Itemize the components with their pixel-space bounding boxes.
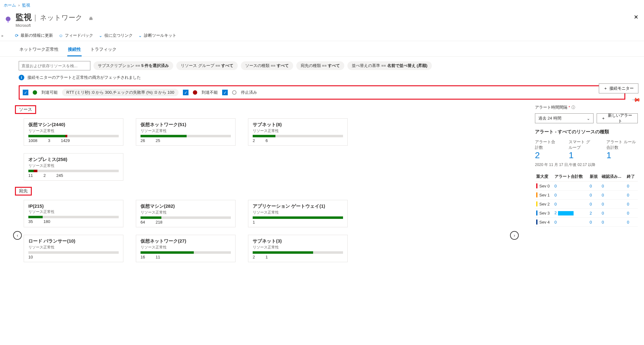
col-ack[interactable]: 確認済み... [600, 172, 626, 182]
resource-card[interactable]: サブネット(8) リソース正常性 26 [248, 118, 348, 146]
status-filter-row: 到達可能 RTT (ミリ秒) :0 から 300,チェックの失敗率 (%) :0… [19, 85, 625, 100]
carousel-next-button[interactable]: › [510, 231, 519, 240]
tab-network-health[interactable]: ネットワーク正常性 [19, 44, 59, 56]
filter-subscription[interactable]: サブスクリプション == 5 件を選択済み [93, 61, 173, 70]
expand-icon[interactable]: » [1, 34, 3, 38]
card-values: 112245 [28, 173, 119, 178]
health-bar [141, 251, 231, 254]
health-bar [28, 251, 119, 254]
monitor-icon [4, 16, 12, 24]
chevron-down-icon: ⌄ [138, 33, 142, 38]
filter-dest-type[interactable]: 宛先の種類 == すべて [296, 61, 344, 70]
breadcrumb-monitor[interactable]: 監視 [22, 3, 30, 7]
plus-icon: ＋ [603, 86, 608, 91]
table-row[interactable]: Sev 0 0 000 [535, 182, 638, 191]
smile-icon: ☺ [59, 33, 63, 38]
resource-card[interactable]: 仮想ネットワーク(27) リソース正常性 1611 [136, 235, 236, 262]
card-title: サブネット(3) [253, 238, 343, 244]
filter-source-type[interactable]: ソースの種類 == すべて [241, 61, 293, 70]
card-values: 100831429 [28, 138, 119, 143]
alert-side-panel: アラート時間間隔 *ⓘ 過去 24 時間 ⌄ ＋新しいアラート アラート - す… [529, 105, 644, 268]
breadcrumb: ホーム › 監視 [0, 0, 644, 11]
add-connection-monitor-button[interactable]: ＋接続モニター [599, 83, 638, 93]
checkbox-unreachable[interactable] [183, 90, 188, 95]
tab-traffic[interactable]: トラフィック [90, 44, 117, 56]
svg-point-0 [6, 17, 10, 21]
alerts-title: アラート - すべてのリソースの種類 [535, 129, 638, 135]
rtt-range-pill[interactable]: RTT (ミリ秒) :0 から 300,チェックの失敗率 (%) :0 から 1… [62, 89, 179, 96]
card-title: ロード バランサー(10) [28, 238, 119, 244]
col-new[interactable]: 新規 [589, 172, 601, 182]
card-subtitle: リソース正常性 [28, 128, 119, 134]
card-subtitle: リソース正常性 [141, 210, 231, 215]
resource-card[interactable]: アプリケーション ゲートウェイ(1) リソース正常性 1 [248, 200, 348, 227]
diagnostic-toolkit-button[interactable]: ⌄診断ツールキット [138, 33, 176, 38]
alert-interval-label: アラート時間間隔 *ⓘ [535, 105, 575, 110]
health-bar [28, 216, 119, 218]
refresh-icon: ⟳ [15, 33, 19, 38]
filter-resource-group[interactable]: リソース グループ == すべて [176, 61, 238, 70]
new-alert-button[interactable]: ＋新しいアラート [597, 113, 638, 123]
section-source-label: ソース [15, 105, 36, 114]
health-bar [28, 135, 119, 137]
filter-bar: サブスクリプション == 5 件を選択済み リソース グループ == すべて ソ… [0, 57, 644, 73]
useful-links-button[interactable]: ⌄役に立つリンク [99, 33, 133, 38]
chevron-right-icon: › [18, 3, 20, 7]
kpi-rules-value[interactable]: 1 [606, 150, 638, 160]
alert-interval-select[interactable]: 過去 24 時間 ⌄ [535, 113, 594, 123]
resource-card[interactable]: サブネット(3) リソース正常性 21 [248, 235, 348, 262]
table-row[interactable]: Sev 4 0 000 [535, 218, 638, 227]
table-row[interactable]: Sev 1 0 000 [535, 191, 638, 200]
severity-bar-icon [536, 210, 537, 215]
resource-card[interactable]: 仮想マシン(282) リソース正常性 64218 [136, 200, 236, 227]
severity-bar-icon [536, 201, 537, 206]
status-reachable-label: 到達可能 [41, 90, 58, 95]
card-values: 10 [28, 255, 119, 259]
table-row[interactable]: Sev 2 0 000 [535, 200, 638, 209]
status-unreachable-label: 到達不能 [202, 90, 218, 95]
tab-connectivity[interactable]: 接続性 [67, 44, 82, 56]
resource-card[interactable]: IP(215) リソース正常性 35180 [24, 200, 123, 227]
section-dest-label: 宛先 [15, 187, 32, 196]
card-title: 仮想マシン(2440) [28, 122, 119, 128]
card-subtitle: リソース正常性 [28, 163, 119, 168]
kpi-row: アラート合計数2 スマート グループ1 アラート ルール合計数1 [535, 139, 638, 160]
dest-card-grid: IP(215) リソース正常性 35180仮想マシン(282) リソース正常性 … [24, 200, 517, 262]
health-bar [28, 170, 119, 172]
kpi-smart-value[interactable]: 1 [569, 150, 594, 160]
checkbox-paused[interactable] [222, 90, 228, 95]
kpi-total-label: アラート合計数 [535, 139, 556, 150]
info-icon: i [19, 75, 24, 80]
card-subtitle: リソース正常性 [253, 245, 343, 250]
card-title: 仮想ネットワーク(51) [141, 122, 231, 128]
kpi-smart-label: スマート グループ [569, 139, 594, 150]
resource-card[interactable]: ロード バランサー(10) リソース正常性 10 [24, 235, 123, 262]
card-subtitle: リソース正常性 [253, 210, 343, 215]
info-icon[interactable]: ⓘ [571, 105, 575, 110]
breadcrumb-home[interactable]: ホーム [4, 3, 16, 7]
col-severity[interactable]: 重大度 [535, 172, 553, 182]
filter-sort[interactable]: 並べ替えの基準 == 名前で並べ替え (昇順) [347, 61, 432, 70]
close-icon[interactable]: ✕ [634, 14, 638, 21]
resource-card[interactable]: 仮想マシン(2440) リソース正常性 100831429 [24, 118, 123, 146]
col-total[interactable]: アラート合計数 [553, 172, 589, 182]
checkbox-reachable[interactable] [23, 90, 28, 95]
info-text: 接続モニターのアラートと正常性の両方がフェッチされました [27, 75, 141, 80]
table-row[interactable]: Sev 3 2 200 [535, 209, 638, 218]
feedback-button[interactable]: ☺フィードバック [59, 33, 93, 38]
alerts-timestamp: 2020 年 11 月 17 日,午後 02:17 以降 [535, 162, 638, 168]
tab-bar: ネットワーク正常性 接続性 トラフィック [0, 41, 644, 57]
card-title: オンプレミス(258) [28, 157, 119, 163]
status-dot-red [193, 90, 197, 95]
print-icon[interactable]: 🖶 [89, 16, 93, 21]
resource-card[interactable]: 仮想ネットワーク(51) リソース正常性 2625 [136, 118, 236, 146]
vendor-label: Microsoft [16, 23, 93, 28]
resource-card[interactable]: オンプレミス(258) リソース正常性 112245 [24, 153, 123, 181]
refresh-button[interactable]: ⟳最新の情報に更新 [15, 33, 53, 38]
search-input[interactable] [19, 61, 90, 70]
pin-icon[interactable]: 📌 [631, 95, 641, 105]
kpi-total-value[interactable]: 2 [535, 150, 556, 160]
carousel-prev-button[interactable]: ‹ [13, 231, 22, 240]
card-title: IP(215) [28, 203, 119, 209]
col-closed[interactable]: 終了 [626, 172, 638, 182]
